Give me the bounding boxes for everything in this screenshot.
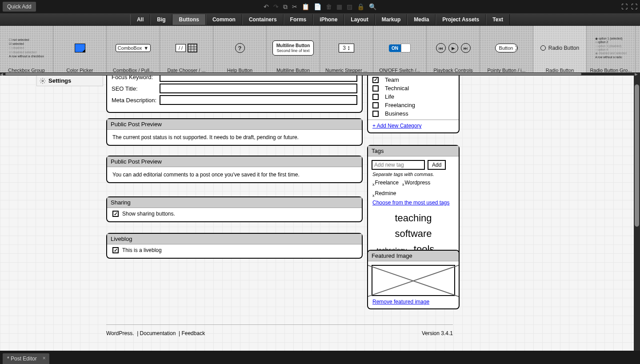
tab-buttons[interactable]: Buttons [172, 14, 206, 25]
gallery-radio-button[interactable]: Radio Button Radio Button [533, 26, 587, 76]
svg-point-0 [42, 80, 44, 82]
panel-title: Tags [368, 146, 459, 156]
ungroup-icon[interactable]: ▨ [347, 3, 352, 10]
remove-tag-icon[interactable]: x [402, 182, 404, 187]
chevron-down-icon: ▼ [144, 45, 148, 51]
panel-title: Sharing [107, 197, 362, 208]
focus-keyword-label: Focus Keyword: [112, 76, 160, 80]
remove-tag-icon[interactable]: x [372, 182, 375, 187]
tab-project-assets[interactable]: Project Assets [436, 14, 486, 25]
tab-containers[interactable]: Containers [242, 14, 284, 25]
expand-icon[interactable]: ⛶ [621, 3, 628, 10]
meta-desc-input[interactable] [160, 95, 357, 105]
sidebar-item-settings[interactable]: Settings [36, 76, 103, 86]
help-icon: ? [235, 43, 245, 53]
seo-panel: Focus Keyword: SEO Title: Meta Descripti… [106, 76, 363, 113]
category-label: Life [385, 93, 394, 100]
category-label: Business [385, 110, 408, 117]
gallery-playback[interactable]: ⏮ ▶ ⏭ Playback Controls [427, 26, 480, 76]
add-category-link[interactable]: + Add New Category [368, 120, 459, 132]
fullscreen-icon[interactable]: ⛶ [631, 3, 637, 10]
remove-tag-icon[interactable]: x [372, 193, 375, 198]
featured-image-panel: Featured Image Remove featured image [367, 250, 460, 309]
show-sharing-checkbox[interactable]: ✓ [112, 211, 119, 217]
gallery-date-chooser[interactable]: / / Date Chooser / ... [160, 26, 213, 76]
radio-icon [540, 45, 546, 51]
component-gallery: ☐ not selected ☑ selected ☐ disabled ☑ d… [0, 26, 640, 76]
stepper-arrows-icon: ▲▼ [348, 45, 350, 51]
tab-text[interactable]: Text [486, 14, 510, 25]
panel-title: Public Post Preview [107, 119, 362, 130]
image-placeholder[interactable] [372, 265, 455, 296]
document-tab-bar: * Post Editor × [0, 351, 640, 364]
group-icon[interactable]: ▦ [336, 3, 342, 10]
lock-icon[interactable]: 🔒 [357, 3, 364, 10]
tag-hint: Separate tags with commas. [368, 172, 459, 179]
category-label: Team [385, 76, 399, 83]
gallery-help-button[interactable]: ? Help Button [213, 26, 267, 76]
tab-media[interactable]: Media [407, 14, 436, 25]
panel-title: Featured Image [368, 251, 459, 261]
panel-title: Liveblog [107, 234, 362, 244]
gallery-checkbox-group[interactable]: ☐ not selected ☑ selected ☐ disabled ☑ d… [0, 26, 53, 76]
tag-cloud-item[interactable]: teaching [395, 210, 432, 226]
current-tags: xFreelance xWordpress xRedmine [368, 179, 459, 200]
category-checkbox[interactable] [372, 102, 379, 108]
gallery-onoff-switch[interactable]: ON ON/OFF Switch /... [373, 26, 427, 76]
redo-icon[interactable]: ↷ [273, 3, 279, 10]
quick-add-button[interactable]: Quick Add [3, 2, 36, 12]
footer-feedback-link[interactable]: Feedback [181, 330, 205, 336]
tab-layout[interactable]: Layout [344, 14, 375, 25]
categories-panel: ✓Team Technical Life Freelancing Busines… [367, 76, 460, 133]
category-checkbox[interactable] [372, 94, 379, 100]
tab-markup[interactable]: Markup [375, 14, 408, 25]
panel-text: The current post status is not supported… [107, 130, 362, 145]
choose-tags-link[interactable]: Choose from the most used tags [368, 200, 459, 208]
gallery-combobox[interactable]: ComboBox▼ ComboBox / Pull... [107, 26, 160, 76]
paste-icon[interactable]: 📋 [302, 3, 309, 10]
category-checkbox[interactable] [372, 111, 379, 117]
document-tab[interactable]: * Post Editor × [3, 353, 49, 364]
public-post-preview-panel-1: Public Post Preview The current post sta… [106, 118, 363, 146]
clipboard-icon[interactable]: 📄 [314, 3, 321, 10]
seo-title-input[interactable] [160, 84, 357, 93]
tab-iphone[interactable]: iPhone [313, 14, 344, 25]
tab-big[interactable]: Big [150, 14, 172, 25]
remove-featured-image-link[interactable]: Remove featured image [368, 298, 459, 308]
document-tab-label: * Post Editor [7, 356, 37, 362]
undo-icon[interactable]: ↶ [264, 3, 269, 10]
tab-common[interactable]: Common [206, 14, 242, 25]
tab-all[interactable]: All [130, 14, 150, 25]
tag-cloud-item[interactable]: software [395, 226, 432, 241]
focus-keyword-input[interactable] [160, 76, 357, 82]
gallery-multiline-button[interactable]: Multiline ButtonSecond line of text Mult… [267, 26, 320, 76]
cut-icon[interactable]: ✂ [292, 3, 297, 10]
search-icon[interactable]: 🔍 [369, 3, 376, 10]
seo-title-label: SEO Title: [112, 85, 160, 92]
color-picker-icon [75, 44, 85, 52]
liveblog-checkbox[interactable]: ✓ [112, 247, 119, 253]
category-checkbox[interactable]: ✓ [372, 77, 379, 83]
gallery-scrollbar[interactable]: ◀ ▶ [0, 72, 640, 76]
meta-desc-label: Meta Description: [112, 97, 160, 104]
gallery-pointy-button[interactable]: Button Pointy Button / i... [480, 26, 533, 76]
category-checkbox[interactable] [372, 85, 379, 92]
copy-icon[interactable]: ⧉ [283, 3, 288, 11]
top-toolbar: Quick Add ↶ ↷ ⧉ ✂ 📋 📄 🗑 ▦ ▨ 🔒 🔍 ⛶ ⛶ [0, 0, 640, 13]
panel-title: Public Post Preview [107, 156, 362, 167]
gallery-color-picker[interactable]: Color Picker [53, 26, 107, 76]
footer-doc-link[interactable]: Documentation [140, 330, 176, 336]
category-tabs: All Big Buttons Common Containers Forms … [0, 13, 640, 26]
liveblog-label: This is a liveblog [122, 247, 162, 253]
sharing-panel: Sharing ✓ Show sharing buttons. [106, 196, 363, 222]
canvas[interactable]: Settings Focus Keyword: SEO Title: Meta … [0, 76, 634, 351]
canvas-vertical-scrollbar[interactable] [634, 76, 640, 351]
mockup-footer: WordPress. | Documentation | Feedback Ve… [106, 324, 453, 336]
close-icon[interactable]: × [43, 355, 46, 361]
gallery-radio-button-group[interactable]: ◉ option 1 (selected) ○ option 2 ○ optio… [587, 26, 636, 76]
trash-icon[interactable]: 🗑 [326, 3, 332, 10]
add-tag-button[interactable]: Add [428, 160, 446, 170]
tag-input[interactable] [372, 160, 425, 170]
tab-forms[interactable]: Forms [284, 14, 313, 25]
gallery-numeric-stepper[interactable]: 3▲▼ Numeric Stepper ... [320, 26, 373, 76]
